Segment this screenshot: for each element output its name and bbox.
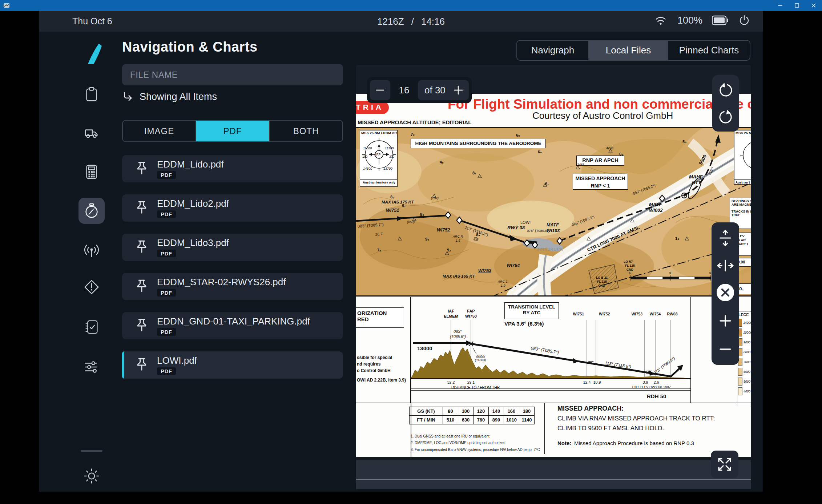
map-label-waypoint: WI753 [478, 268, 491, 273]
close-chart-button[interactable] [712, 280, 739, 305]
map-note-high-mountains: HIGH MOUNTAINS SURROUNDING THE AERODROME [411, 139, 546, 148]
pin-icon[interactable] [134, 356, 149, 374]
minima-note: 2. DME/DME, LOC and VOR/DME updating not… [411, 441, 505, 445]
chart-page[interactable]: TRIA For Flight Simulation and non comme… [356, 94, 751, 460]
minus-icon [375, 85, 385, 95]
profile-fix-label: ELMEM [444, 314, 458, 319]
page-navigation-bar: 16 of 30 [367, 77, 472, 103]
spot-elevation: 9₇ [402, 203, 406, 208]
spot-elevation: 8₄ [476, 233, 480, 237]
fit-height-button[interactable] [712, 225, 739, 251]
map-label-city: INNSBRUCK [536, 247, 563, 252]
file-row[interactable]: EDDM_Lido2.pdfPDF [122, 194, 343, 222]
minima-note: 1. Dual GNSS and at least one IRU or equ… [411, 434, 489, 438]
sidebar-item-filters[interactable] [83, 359, 100, 375]
map-label-mahf: RTT [692, 180, 701, 186]
file-row[interactable]: EDDM_STAR-02-RWYS26.pdfPDF [122, 273, 343, 300]
sidebar-item-vehicle[interactable] [83, 125, 100, 142]
file-row-selected[interactable]: LOWI.pdfPDF [122, 351, 343, 379]
msa-title: MSA 25 NM FROM ARP [361, 131, 398, 135]
map-label-arc: 1.9 [501, 284, 505, 287]
maximize-button[interactable] [789, 0, 805, 11]
rotate-ccw-button[interactable] [712, 77, 739, 103]
file-name: EDDM_Lido2.pdf [157, 198, 229, 209]
sidebar-item-calculator[interactable] [83, 164, 100, 180]
chart-map: MSA 25 NM FROM ARP 11000 11300 100 270 A… [356, 127, 751, 297]
profile-transition-level: BY ATC [505, 310, 559, 316]
rotate-cw-button[interactable] [712, 104, 739, 130]
sidebar-item-navigation-compass[interactable] [83, 202, 100, 219]
tab-pinned-charts[interactable]: Pinned Charts [668, 41, 750, 60]
file-type-tabs: IMAGE PDF BOTH [122, 120, 343, 142]
zoom-out-button[interactable] [712, 336, 739, 362]
viewer-scroll-line[interactable] [356, 479, 751, 480]
page-total-group: of 30 [418, 80, 469, 100]
profile-note-fragment: o Control GmbH [357, 368, 391, 374]
file-type-badge: PDF [157, 367, 176, 375]
profile-fix-label: WI752 [599, 312, 610, 316]
spot-elevation: 4248 [606, 146, 613, 150]
missed-approach-text: CLIMB TO 9500 FT AMSL AND HOLD. [557, 425, 664, 432]
brand-logo [86, 43, 103, 65]
sidebar-item-settings-gear[interactable] [83, 468, 100, 484]
spot-elevation: 8₆ [420, 212, 424, 217]
tab-image[interactable]: IMAGE [123, 121, 196, 141]
plus-icon[interactable] [453, 85, 464, 96]
close-circle-icon [716, 283, 735, 302]
file-type-badge: PDF [157, 250, 176, 257]
file-name: EDDM_STAR-02-RWYS26.pdf [157, 277, 286, 288]
profile-auth-note: ORIZATION [357, 310, 404, 316]
msa-value: 11000 [363, 146, 372, 150]
pin-icon[interactable] [134, 317, 149, 335]
spot-elevation: 3465 [577, 163, 584, 166]
fullscreen-button[interactable] [711, 451, 738, 478]
profile-distance: 12.4 [583, 380, 591, 384]
close-button[interactable] [805, 0, 822, 11]
pin-icon[interactable] [134, 278, 149, 296]
tab-both[interactable]: BOTH [269, 121, 342, 141]
legend-value: 6000 [744, 370, 750, 374]
tab-pdf[interactable]: PDF [196, 121, 269, 141]
sidebar-item-caution[interactable] [83, 279, 100, 295]
file-row[interactable]: EDDM_Lido.pdfPDF [122, 155, 343, 182]
map-note-bearings: ARE MAGNETIC [732, 203, 751, 206]
zoom-in-button[interactable] [712, 308, 739, 334]
sidebar-item-clipboard[interactable] [83, 86, 100, 103]
file-type-badge: PDF [157, 328, 176, 336]
file-name: EDDM_Lido3.pdf [157, 237, 229, 249]
file-row[interactable]: EDDN_GND-01-TAXI_PARKING.pdfPDF [122, 312, 343, 339]
profile-fix-label: WI751 [573, 312, 584, 316]
search-input[interactable] [122, 64, 343, 85]
tab-navigraph[interactable]: Navigraph [517, 41, 588, 60]
pin-icon[interactable] [134, 160, 149, 178]
profile-course: 083° [454, 329, 462, 334]
fit-width-button[interactable] [712, 253, 739, 278]
power-icon[interactable] [738, 14, 750, 27]
map-label-course: 078° (T080.9°) [527, 229, 549, 233]
status-bar: Thu Oct 6 1216Z / 14:16 100% [39, 11, 763, 32]
msa-title: MSA 25 N [736, 131, 751, 135]
pin-icon[interactable] [134, 238, 149, 257]
page-prev-button[interactable] [370, 80, 390, 100]
file-row[interactable]: EDDM_Lido3.pdfPDF [122, 234, 343, 261]
sidebar-item-antenna[interactable] [83, 242, 100, 258]
fit-height-icon [717, 230, 734, 246]
minimize-button[interactable] [772, 0, 789, 11]
profile-note-fragment: nd requires [357, 362, 380, 367]
map-note-bearings: TRUE [732, 213, 751, 217]
map-label-airport: LOWI [520, 220, 531, 225]
map-label-airspace: FL 215 [597, 280, 607, 284]
profile-fix-label: RW08 [667, 312, 678, 316]
sidebar-item-checklist[interactable] [83, 319, 100, 335]
missed-approach-note: Missed Approach Procedure is based on RN… [574, 440, 694, 446]
profile-step-altitude: (11083) [475, 358, 486, 362]
chart-viewer[interactable]: TRIA For Flight Simulation and non comme… [356, 65, 751, 489]
spot-elevation: 8₂ [390, 195, 394, 199]
page-total: of 30 [424, 85, 446, 96]
pin-icon[interactable] [134, 199, 149, 217]
msa-value: 270 [389, 155, 394, 159]
profile-auth-note: RED [357, 316, 404, 322]
tab-local-files[interactable]: Local Files [588, 41, 668, 60]
map-note-missed-rnp: RNP < 1 [573, 182, 628, 189]
chart-editorial-note: MISSED APPROACH ALTITUDE; EDITORIAL [358, 119, 471, 125]
